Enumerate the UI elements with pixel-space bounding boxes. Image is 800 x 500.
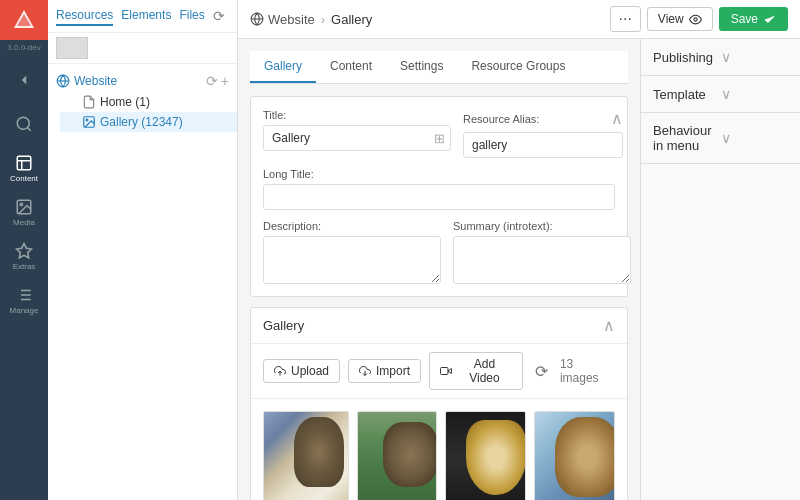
template-header[interactable]: Template ∨ (641, 76, 800, 112)
tree-node-website-label: Website (74, 74, 117, 88)
svg-point-19 (86, 119, 88, 121)
sidebar-item-content[interactable]: Content (0, 146, 48, 190)
view-label: View (658, 12, 684, 26)
svg-point-8 (20, 203, 22, 205)
app-version: 3.0.0-dev (7, 40, 40, 58)
title-input[interactable] (263, 125, 451, 151)
form-group-description: Description: (263, 220, 441, 284)
tree-node-gallery-label: Gallery (12347) (100, 115, 183, 129)
behaviour-header[interactable]: Behaviour in menu ∨ (641, 113, 800, 163)
resource-alias-input[interactable] (463, 132, 623, 158)
tree-node-website-actions: ⟳ + (206, 73, 229, 89)
tab-elements[interactable]: Elements (121, 6, 171, 26)
publishing-chevron: ∨ (721, 49, 789, 65)
gallery-header: Gallery ∧ (251, 308, 627, 344)
breadcrumb-gallery-label: Gallery (331, 12, 372, 27)
template-chevron: ∨ (721, 86, 789, 102)
sidebar-item-manage[interactable]: Manage (0, 278, 48, 322)
publishing-header[interactable]: Publishing ∨ (641, 39, 800, 75)
import-button[interactable]: Import (348, 359, 421, 383)
upload-button[interactable]: Upload (263, 359, 340, 383)
tab-settings[interactable]: Settings (386, 51, 457, 83)
tab-gallery[interactable]: Gallery (250, 51, 316, 83)
tabs-bar: Gallery Content Settings Resource Groups (250, 51, 628, 84)
form-group-summary: Summary (introtext): (453, 220, 631, 284)
tab-resource-groups[interactable]: Resource Groups (457, 51, 579, 83)
tree-node-home[interactable]: Home (1) (60, 92, 237, 112)
gallery-grid: merlin-1362843.jpg hawk-1566581 hawk-156… (251, 399, 627, 500)
gallery-thumb-1 (263, 411, 349, 500)
resource-alias-header: Resource Alias: ∧ (463, 109, 623, 128)
form-group-long-title: Long Title: (263, 168, 615, 210)
right-panel-publishing: Publishing ∨ (641, 39, 800, 76)
topbar-actions: ··· View Save (610, 6, 789, 32)
tab-files[interactable]: Files (179, 6, 204, 26)
svg-point-22 (694, 17, 697, 20)
gallery-collapse-btn[interactable]: ∧ (603, 316, 615, 335)
gallery-image-count: 13 images (560, 357, 615, 385)
form-section: Title: ⊞ Resource Alias: ∧ (250, 96, 628, 297)
app-logo[interactable] (0, 0, 48, 40)
resource-alias-label: Resource Alias: (463, 113, 539, 125)
svg-line-3 (27, 127, 30, 130)
gallery-item-4[interactable]: bird-of-prey-1385708 bird-of-prey-138570… (534, 411, 615, 500)
save-button[interactable]: Save (719, 7, 788, 31)
tab-resources[interactable]: Resources (56, 6, 113, 26)
description-textarea[interactable] (263, 236, 441, 284)
template-label: Template (653, 87, 721, 102)
tree-refresh-btn[interactable]: ⟳ (209, 6, 229, 26)
svg-marker-9 (17, 243, 32, 257)
tab-content[interactable]: Content (316, 51, 386, 83)
summary-label: Summary (introtext): (453, 220, 631, 232)
long-title-input[interactable] (263, 184, 615, 210)
form-row-long-title: Long Title: (263, 168, 615, 210)
form-row-title: Title: ⊞ Resource Alias: ∧ (263, 109, 615, 158)
content-with-sidebar: Gallery Content Settings Resource Groups… (238, 39, 800, 500)
right-panel: Publishing ∨ Template ∨ Behaviour in men… (640, 39, 800, 500)
more-options-button[interactable]: ··· (610, 6, 641, 32)
breadcrumb-website-label: Website (268, 12, 315, 27)
breadcrumb-sep: › (321, 12, 325, 27)
gallery-thumb-3 (445, 411, 526, 500)
tree-image-placeholder (56, 37, 88, 59)
behaviour-label: Behaviour in menu (653, 123, 721, 153)
right-panel-behaviour: Behaviour in menu ∨ (641, 113, 800, 164)
tree-node-gallery[interactable]: Gallery (12347) (60, 112, 237, 132)
form-group-resource-alias: Resource Alias: ∧ (463, 109, 623, 158)
tree-image-bar (48, 33, 237, 64)
tree-node-refresh-icon[interactable]: ⟳ (206, 73, 218, 89)
gallery-item-1[interactable]: merlin-1362843.jpg (263, 411, 349, 500)
save-label: Save (731, 12, 758, 26)
tree-node-add-icon[interactable]: + (221, 73, 229, 89)
summary-textarea[interactable] (453, 236, 631, 284)
long-title-label: Long Title: (263, 168, 615, 180)
gallery-refresh-button[interactable]: ⟳ (531, 358, 552, 385)
main-content: Website › Gallery ··· View Save Gallery … (238, 0, 800, 500)
tree-node-website[interactable]: Website ⟳ + (48, 70, 237, 92)
resource-alias-collapse-btn[interactable]: ∧ (611, 109, 623, 128)
sidebar-item-media-label: Media (13, 218, 35, 227)
title-input-icon: ⊞ (434, 131, 445, 146)
gallery-item-2[interactable]: hawk-1566581 hawk-1566581.jpg (357, 411, 438, 500)
publishing-label: Publishing (653, 50, 721, 65)
sidebar-nav: Content Media Extras Manage (0, 58, 48, 500)
gallery-item-3[interactable]: humming-bird-in-flight-... humming-bird-… (445, 411, 526, 500)
view-button[interactable]: View (647, 7, 713, 31)
gallery-thumb-2 (357, 411, 438, 500)
breadcrumb-item-website[interactable]: Website (250, 12, 315, 27)
title-input-wrapper: ⊞ (263, 125, 451, 151)
svg-marker-25 (448, 369, 451, 374)
sidebar-item-search[interactable] (0, 102, 48, 146)
gallery-section: Gallery ∧ Upload Import Add Video (250, 307, 628, 500)
tree-node-home-label: Home (1) (100, 95, 150, 109)
gallery-toolbar: Upload Import Add Video ⟳ 13 images (251, 344, 627, 399)
form-group-title: Title: ⊞ (263, 109, 451, 158)
gallery-thumb-4 (534, 411, 615, 500)
tree-header: Resources Elements Files ⟳ 🗑 (48, 0, 237, 33)
sidebar: 3.0.0-dev Content Media Extras Manage (0, 0, 48, 500)
sidebar-item-collapse[interactable] (0, 58, 48, 102)
sidebar-item-media[interactable]: Media (0, 190, 48, 234)
form-row-desc: Description: Summary (introtext): (263, 220, 615, 284)
add-video-button[interactable]: Add Video (429, 352, 523, 390)
sidebar-item-extras[interactable]: Extras (0, 234, 48, 278)
